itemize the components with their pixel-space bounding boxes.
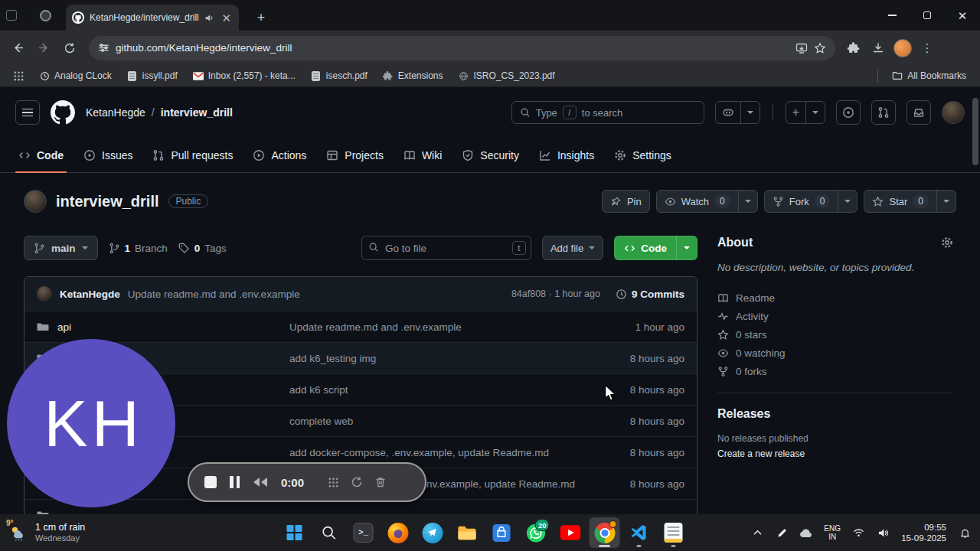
create-new-caret[interactable] — [805, 102, 825, 123]
latest-commit-bar[interactable]: KetanHegde Update readme.md and .env.exa… — [24, 277, 697, 311]
terminal-app-button[interactable]: >_ — [348, 517, 379, 548]
webcam-initials-bubble[interactable]: KH — [7, 339, 175, 507]
stars-link[interactable]: 0 stars — [717, 329, 953, 341]
stop-recording-button[interactable] — [204, 476, 217, 488]
add-file-button[interactable]: Add file — [542, 236, 603, 260]
repo-owner-avatar[interactable] — [24, 190, 47, 213]
notepad-button[interactable] — [658, 517, 689, 548]
store-app-button[interactable] — [486, 517, 517, 548]
delete-recording-icon[interactable] — [374, 476, 387, 488]
code-caret[interactable] — [676, 236, 697, 259]
about-settings-gear-icon[interactable] — [941, 236, 953, 249]
youtube-button[interactable] — [555, 517, 586, 548]
commit-history-link[interactable]: 9 Commits — [616, 289, 684, 300]
window-icon[interactable] — [6, 10, 17, 21]
taskbar-clock[interactable]: 09:55 15-09-2025 — [897, 522, 951, 543]
start-button[interactable] — [279, 517, 310, 548]
browser-tab[interactable]: KetanHegde/interview_drill ✕ — [66, 5, 239, 31]
file-row[interactable]: api Update readme.md and .env.example 1 … — [24, 311, 697, 342]
extensions-icon[interactable] — [843, 37, 864, 59]
apps-grid-icon[interactable] — [8, 69, 30, 83]
browser-menu-icon[interactable]: ⋮ — [916, 37, 938, 59]
file-commit-message[interactable]: complete web — [289, 416, 577, 427]
forward-button[interactable] — [32, 37, 55, 60]
pull-requests-icon-button[interactable] — [871, 100, 896, 125]
site-settings-icon[interactable] — [98, 42, 109, 54]
bookmark-item[interactable]: ISRO_CS_2023.pdf — [452, 68, 561, 83]
readme-link[interactable]: Readme — [717, 292, 953, 304]
tab-actions[interactable]: Actions — [245, 138, 314, 172]
restart-recording-icon[interactable] — [351, 476, 363, 488]
window-maximize-button[interactable] — [910, 0, 945, 31]
grid-dots-icon[interactable] — [328, 477, 339, 488]
commit-author[interactable]: KetanHegde — [60, 289, 120, 300]
file-commit-message[interactable]: add k6_testing img — [289, 353, 577, 364]
volume-icon[interactable] — [872, 520, 893, 545]
language-indicator[interactable]: ENG IN — [820, 524, 844, 541]
tab-code[interactable]: Code — [11, 138, 71, 172]
page-scrollbar-thumb[interactable] — [972, 98, 978, 165]
repo-title[interactable]: interview_drill — [56, 193, 159, 210]
new-tab-button[interactable]: + — [251, 8, 271, 28]
tab-security[interactable]: Security — [454, 138, 527, 172]
pin-button[interactable]: Pin — [602, 190, 650, 213]
activity-link[interactable]: Activity — [717, 311, 953, 322]
star-caret[interactable] — [936, 191, 956, 212]
tab-audio-icon[interactable] — [204, 13, 214, 23]
github-search-box[interactable]: Type / to search — [511, 101, 704, 124]
bookmark-item[interactable]: isesch.pdf — [305, 68, 374, 83]
forks-link[interactable]: 0 forks — [717, 366, 953, 377]
install-app-icon[interactable] — [795, 42, 808, 54]
onedrive-cloud-icon[interactable] — [795, 520, 817, 545]
breadcrumb-repo[interactable]: interview_drill — [161, 106, 233, 119]
profile-avatar[interactable] — [892, 37, 913, 59]
pause-recording-button[interactable] — [230, 476, 240, 488]
file-commit-message[interactable]: add k6 script — [289, 384, 577, 396]
vscode-button[interactable] — [624, 517, 655, 548]
watch-caret[interactable] — [738, 191, 757, 212]
tab-insights[interactable]: Insights — [531, 138, 602, 172]
hamburger-menu-button[interactable] — [15, 100, 40, 125]
bookmark-item[interactable]: issyll.pdf — [121, 68, 184, 83]
chrome-button[interactable] — [590, 517, 620, 548]
watching-link[interactable]: 0 watching — [717, 347, 953, 359]
tab-pull-requests[interactable]: Pull requests — [145, 138, 240, 172]
file-explorer-button[interactable] — [452, 517, 482, 548]
recording-indicator-icon[interactable] — [40, 10, 51, 21]
commit-author-avatar[interactable] — [37, 286, 52, 302]
tab-settings[interactable]: Settings — [606, 138, 679, 172]
firefox-button[interactable] — [383, 517, 413, 548]
pen-tray-icon[interactable] — [771, 520, 792, 545]
tags-link[interactable]: 0 Tags — [178, 243, 227, 254]
downloads-icon[interactable] — [867, 37, 889, 59]
github-logo-icon[interactable] — [51, 100, 75, 125]
window-close-button[interactable]: ✕ — [945, 0, 980, 31]
address-bar[interactable]: github.com/KetanHegde/interview_drill — [89, 36, 835, 60]
url-text[interactable]: github.com/KetanHegde/interview_drill — [116, 42, 789, 54]
file-commit-message[interactable]: add docker-compose, .env.example, update… — [289, 447, 577, 458]
bookmark-item[interactable]: Inbox (2,557) - keta... — [187, 68, 302, 83]
tab-projects[interactable]: Projects — [318, 138, 391, 172]
copilot-button[interactable] — [715, 101, 760, 124]
inbox-icon-button[interactable] — [906, 100, 931, 125]
back-button[interactable] — [6, 37, 29, 60]
reload-button[interactable] — [58, 37, 81, 60]
notification-bell-icon[interactable] — [954, 520, 975, 545]
go-to-file-input[interactable] — [361, 236, 531, 260]
issues-icon-button[interactable] — [836, 100, 861, 125]
file-name[interactable]: api — [57, 321, 71, 333]
create-new-button[interactable]: + — [786, 101, 825, 124]
create-release-link[interactable]: Create a new release — [717, 448, 805, 459]
window-minimize-button[interactable] — [874, 0, 910, 31]
tab-issues[interactable]: Issues — [76, 138, 140, 172]
whatsapp-button[interactable]: 20 — [521, 517, 551, 548]
bookmark-item[interactable]: Analog CLock — [33, 68, 118, 83]
plus-icon[interactable]: + — [786, 102, 805, 123]
tab-close-icon[interactable]: ✕ — [220, 12, 233, 24]
branches-link[interactable]: 1 Branch — [109, 243, 168, 254]
branch-selector[interactable]: main — [24, 236, 98, 260]
network-icon[interactable] — [848, 520, 869, 545]
watch-button[interactable]: Watch 0 — [656, 190, 758, 213]
breadcrumb-owner[interactable]: KetanHegde — [86, 106, 145, 119]
star-button[interactable]: Star 0 — [864, 190, 956, 213]
